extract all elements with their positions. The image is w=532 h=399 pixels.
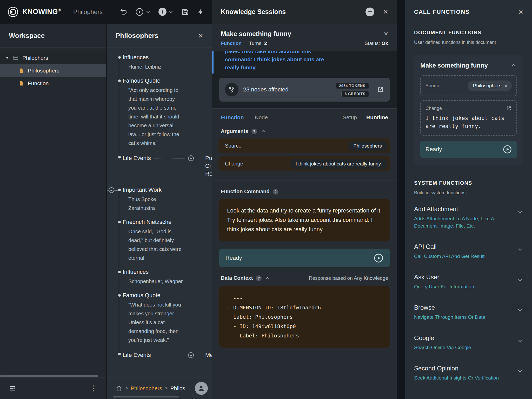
- system-function-browse[interactable]: Browse Navigate Through Items Or Data: [414, 297, 523, 328]
- tab-function[interactable]: Function: [221, 114, 244, 121]
- collapse-toggle-icon[interactable]: −: [109, 187, 114, 193]
- close-icon[interactable]: ×: [198, 31, 203, 41]
- tab-node[interactable]: Node: [255, 114, 268, 121]
- session-transcript[interactable]: jokes. Also take into account this comma…: [212, 51, 397, 109]
- system-function-add-attachment[interactable]: Add Attachment Adds Attachement To A Nod…: [414, 199, 523, 236]
- close-icon[interactable]: ×: [383, 7, 388, 17]
- horizontal-scrollbar[interactable]: [113, 396, 179, 397]
- function-description: Navigate Through Items Or Data: [414, 314, 512, 321]
- add-button-group[interactable]: +: [158, 8, 174, 16]
- play-icon[interactable]: [374, 253, 383, 263]
- new-session-button[interactable]: +: [365, 8, 374, 16]
- source-argument-box: Source Philosophers ×: [420, 75, 517, 96]
- help-icon[interactable]: ?: [273, 189, 278, 195]
- quick-actions-bolt-button[interactable]: [197, 8, 204, 16]
- function-name: Browse: [414, 304, 512, 311]
- help-icon[interactable]: ?: [251, 129, 257, 134]
- tree-item-function[interactable]: Function: [0, 77, 106, 90]
- mindmap-node[interactable]: Famous Quote "What does not kill you mak…: [123, 292, 212, 344]
- play-circle-icon[interactable]: [135, 8, 144, 16]
- save-button[interactable]: [181, 8, 189, 16]
- horizontal-scrollbar[interactable]: [0, 375, 98, 377]
- node-label: Influences: [123, 54, 212, 61]
- ready-button[interactable]: Ready: [219, 249, 390, 267]
- argument-value-pill[interactable]: I think jokes about cats are really funn…: [290, 159, 387, 169]
- mode-runtime[interactable]: Runtime: [366, 114, 388, 121]
- breadcrumb-link[interactable]: Philosophers: [131, 385, 162, 391]
- ready-button[interactable]: Ready: [420, 141, 517, 158]
- play-icon[interactable]: [503, 145, 512, 154]
- data-context-box[interactable]: --- - DIMENSION ID: 18tldfw1naedr6 Label…: [219, 286, 390, 348]
- chevron-down-icon[interactable]: [517, 368, 523, 374]
- result-card[interactable]: 23 nodes affected 2954 TOKENS 6 CREDITS: [219, 78, 390, 102]
- mindmap-node[interactable]: Friedrich Nietzsche Once said, "God is d…: [123, 219, 212, 262]
- chevron-down-icon[interactable]: [517, 307, 523, 313]
- argument-row-change[interactable]: Change I think jokes about cats are real…: [219, 156, 390, 171]
- breadcrumb-separator: >: [125, 385, 128, 391]
- breadcrumb-current: Philos: [170, 385, 185, 391]
- system-function-second-opinion[interactable]: Second Opinion Seek Additional Insights …: [414, 358, 523, 388]
- change-value[interactable]: I think jokes about cats are really funn…: [425, 114, 512, 130]
- function-description: Call Custom API And Get Result: [414, 253, 512, 260]
- chevron-down-icon[interactable]: [517, 209, 523, 215]
- chevron-down-icon[interactable]: [517, 246, 523, 252]
- mindmap-node-life-events[interactable]: Life Events − Me: [123, 351, 212, 360]
- argument-row-source[interactable]: Source Philosophers: [219, 138, 390, 153]
- home-icon[interactable]: [116, 385, 122, 392]
- workspace-title: Workspace: [9, 32, 45, 40]
- collapse-chevron-up-icon[interactable]: [511, 62, 517, 69]
- call-functions-panel: CALL FUNCTIONS × DOCUMENT FUNCTIONS User…: [405, 0, 532, 399]
- system-functions-subheading: Build in system functions: [414, 190, 523, 196]
- tree-item-philosophers[interactable]: Philosophers: [0, 64, 106, 77]
- workspace-footer: ⋮: [0, 377, 106, 399]
- caret-down-icon[interactable]: [5, 56, 9, 60]
- mindmap-node-life-events[interactable]: Life Events − Pu Cr Re: [123, 154, 212, 163]
- chevron-down-icon[interactable]: [517, 277, 523, 283]
- mindmap-node[interactable]: Famous Quote "Act only according to that…: [123, 77, 212, 148]
- registered-mark: ®: [58, 8, 61, 12]
- avatar[interactable]: [195, 382, 208, 395]
- collapse-toggle-icon[interactable]: −: [188, 155, 194, 161]
- system-function-google[interactable]: Google Search Online Via Google: [414, 328, 523, 358]
- chevron-up-icon[interactable]: [265, 275, 270, 281]
- message-text: jokes. Also take into account this comma…: [225, 51, 337, 71]
- function-command-header: Function Command ?: [212, 181, 397, 199]
- mindmap-node[interactable]: Influences Schopenhauer, Wagner: [123, 269, 212, 286]
- system-function-api-call[interactable]: API Call Call Custom API And Get Result: [414, 236, 523, 267]
- tree-item-label: Philophers: [22, 55, 48, 61]
- knowledge-sessions-header: Knowledge Sessions + ×: [212, 0, 397, 24]
- add-icon[interactable]: +: [158, 8, 167, 16]
- chevron-up-icon[interactable]: [260, 129, 266, 134]
- function-name: Add Attachment: [414, 205, 512, 213]
- add-options-chevron-icon[interactable]: [168, 9, 174, 15]
- tree-item-philophers[interactable]: Philophers: [0, 51, 106, 64]
- mindmap-node[interactable]: − Important Work Thus Spoke Zarathustra: [123, 187, 212, 212]
- session-type[interactable]: Function: [221, 41, 242, 46]
- document-icon: [19, 68, 24, 74]
- chevron-down-icon[interactable]: [517, 337, 523, 344]
- mindmap-node[interactable]: Influences Hume, Leibniz: [123, 54, 212, 71]
- philosophers-header: Philosophers ×: [107, 24, 212, 48]
- collapse-toggle-icon[interactable]: −: [188, 352, 194, 358]
- function-command-box[interactable]: Look at the data and try to create a fun…: [219, 199, 390, 241]
- help-icon[interactable]: ?: [256, 275, 262, 281]
- document-functions-subheading: User defined functions in this document: [414, 40, 523, 45]
- left-region: KNOWING® Philophers +: [0, 0, 212, 399]
- mode-setup[interactable]: Setup: [343, 114, 357, 121]
- close-icon[interactable]: ×: [518, 7, 523, 17]
- source-value-pill[interactable]: Philosophers ×: [468, 81, 512, 91]
- run-options-chevron-icon[interactable]: [145, 9, 151, 15]
- argument-value-pill[interactable]: Philosophers: [348, 141, 387, 151]
- remove-source-icon[interactable]: ×: [504, 83, 508, 88]
- ready-label: Ready: [425, 146, 442, 153]
- mindmap-canvas[interactable]: Influences Hume, Leibniz Famous Quote "A…: [107, 48, 212, 377]
- kebab-menu-icon[interactable]: ⋮: [90, 384, 97, 393]
- edit-external-icon[interactable]: [506, 105, 512, 111]
- data-context-note: Response based on Any Knowledge: [309, 275, 388, 281]
- undo-button[interactable]: [120, 8, 128, 16]
- run-button-group[interactable]: [135, 8, 151, 16]
- external-link-icon[interactable]: [377, 86, 384, 93]
- sidebar-toggle-icon[interactable]: [9, 385, 16, 392]
- close-session-icon[interactable]: ×: [384, 30, 388, 38]
- system-function-ask-user[interactable]: Ask User Query User For Information: [414, 267, 523, 297]
